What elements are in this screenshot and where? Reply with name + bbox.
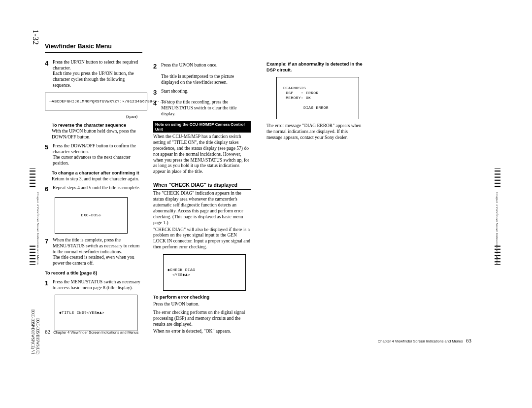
figure-dxc: DXC-D35☼ xyxy=(55,197,128,234)
col-3: Example: If an abnormality is detected i… xyxy=(266,62,364,142)
figure-diagnosis: DIAGNOSIS DSP : ERROR MEMORY: OK DIAG ER… xyxy=(276,77,359,119)
col-1: 4 Press the UP/ON button to select the r… xyxy=(45,57,142,336)
figure-title-ind: ◆TITLE IND?<YES◆▲> xyxy=(55,295,137,331)
example-heading: Example: If an abnormality is detected i… xyxy=(266,62,364,73)
page-title: Viewfinder Basic Menu xyxy=(45,43,257,51)
page-spread: Viewfinder Basic Menu 4 Press the UP/ON … xyxy=(27,27,505,338)
figure-check-diag: ◆CHECK DIAG <YES◆▲> xyxy=(163,254,246,291)
perform-error-head: To perform error checking xyxy=(153,295,251,301)
figure-char-sequence: →ABCDEFGHIJKLMNOPQRSTUVWXYZ?:×/012345678… xyxy=(45,93,147,110)
page-63: Example: If an abnormality is detected i… xyxy=(266,62,478,142)
col-2: 2 Press the UP/ON button once. The title… xyxy=(153,60,251,336)
page-62: Viewfinder Basic Menu 4 Press the UP/ON … xyxy=(45,43,257,336)
record-title-head: To record a title (page 8) xyxy=(45,271,142,276)
page-footer-62: 62 Chapter 4 Viewfinder Screen Indicatio… xyxy=(45,329,138,336)
note-bar: Note on using the CCU-M5/M5P Camera Cont… xyxy=(153,121,251,133)
check-diag-heading: When "CHECK DIAG" is displayed xyxy=(153,182,251,190)
